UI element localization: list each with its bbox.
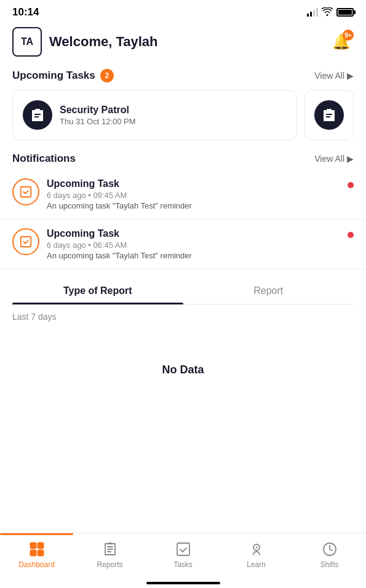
tasks-icon: [175, 541, 192, 558]
tasks-count-badge: 2: [100, 69, 114, 82]
task-check-icon: [19, 185, 33, 199]
filter-label: Last 7 days: [12, 304, 354, 327]
reports-icon: [101, 541, 119, 558]
notification-item[interactable]: Upcoming Task 6 days ago • 09:45 AM An u…: [0, 170, 366, 220]
tasks-container: Security Patrol Thu 31 Oct 12:00 PM: [0, 87, 366, 148]
svg-rect-5: [38, 550, 44, 556]
header-left: TA Welcome, Taylah: [12, 27, 157, 57]
report-section: Type of Report Report Last 7 days No Dat…: [0, 269, 366, 413]
bottom-nav: Dashboard Reports Tasks: [0, 533, 366, 588]
task-card[interactable]: Security Patrol Thu 31 Oct 12:00 PM: [12, 90, 297, 140]
no-data-label: No Data: [12, 327, 354, 413]
status-bar: 10:14: [0, 0, 366, 22]
dashboard-icon: [28, 541, 46, 558]
report-tabs: Type of Report Report: [12, 279, 354, 304]
notification-item[interactable]: Upcoming Task 6 days ago • 06:45 AM An u…: [0, 220, 366, 269]
nav-label-dashboard: Dashboard: [18, 560, 55, 569]
nav-label-tasks: Tasks: [173, 560, 193, 569]
task-info: Security Patrol Thu 31 Oct 12:00 PM: [60, 105, 287, 126]
svg-rect-2: [30, 542, 36, 549]
status-time: 10:14: [12, 6, 39, 18]
nav-item-learn[interactable]: Learn: [220, 533, 293, 588]
upcoming-tasks-header: Upcoming Tasks 2 View All ▶: [0, 64, 366, 87]
notif-content: Upcoming Task 6 days ago • 06:45 AM An u…: [47, 228, 340, 260]
notification-badge: 9+: [343, 30, 354, 41]
svg-rect-3: [38, 542, 44, 549]
notifications-header: Notifications View All ▶: [0, 148, 366, 170]
tab-type-of-report[interactable]: Type of Report: [12, 279, 183, 304]
notif-message: An upcoming task "Taylah Test" reminder: [47, 251, 340, 260]
notifications-view-all[interactable]: View All ▶: [314, 154, 354, 164]
learn-icon: [248, 541, 265, 558]
notif-title: Upcoming Task: [47, 178, 340, 189]
notif-title: Upcoming Task: [47, 228, 340, 239]
nav-item-shifts[interactable]: Shifts: [293, 533, 366, 588]
shifts-icon: [321, 541, 338, 558]
tasks-view-all[interactable]: View All ▶: [314, 71, 354, 81]
home-indicator: [146, 582, 220, 584]
tab-report[interactable]: Report: [183, 279, 354, 304]
welcome-text: Welcome, Taylah: [49, 34, 157, 50]
notif-unread-dot: [348, 182, 354, 188]
svg-rect-6: [177, 543, 189, 555]
task-card-extra[interactable]: [304, 90, 354, 140]
signal-icon: [307, 8, 318, 17]
notif-icon-circle: [12, 228, 39, 255]
notif-meta: 6 days ago • 09:45 AM: [47, 191, 340, 200]
task-icon: [23, 100, 52, 130]
notifications-title: Notifications: [12, 153, 76, 165]
nav-item-reports[interactable]: Reports: [73, 533, 146, 588]
clipboard-icon-small: [322, 108, 336, 122]
nav-item-tasks[interactable]: Tasks: [146, 533, 220, 588]
nav-label-reports: Reports: [97, 560, 122, 569]
nav-label-shifts: Shifts: [320, 560, 338, 569]
clipboard-icon: [30, 108, 45, 122]
notif-message: An upcoming task "Taylah Test" reminder: [47, 201, 340, 210]
notif-meta: 6 days ago • 06:45 AM: [47, 240, 340, 250]
notif-icon-circle: [12, 178, 39, 205]
avatar: TA: [12, 27, 42, 57]
task-check-icon: [19, 235, 33, 248]
nav-label-learn: Learn: [247, 560, 266, 569]
notif-content: Upcoming Task 6 days ago • 09:45 AM An u…: [47, 178, 340, 210]
header: TA Welcome, Taylah 🔔 9+: [0, 22, 366, 64]
notif-unread-dot: [348, 232, 354, 238]
status-icons: [307, 7, 354, 18]
svg-point-8: [255, 547, 257, 549]
task-name: Security Patrol: [60, 105, 287, 116]
task-icon-small: [314, 100, 344, 130]
battery-icon: [336, 8, 354, 17]
svg-rect-0: [21, 187, 31, 197]
nav-item-dashboard[interactable]: Dashboard: [0, 533, 73, 588]
notification-button[interactable]: 🔔 9+: [329, 30, 354, 54]
wifi-icon: [322, 7, 333, 18]
task-date: Thu 31 Oct 12:00 PM: [60, 117, 287, 126]
upcoming-tasks-title: Upcoming Tasks 2: [12, 69, 114, 82]
svg-rect-1: [21, 237, 31, 247]
svg-rect-4: [30, 550, 36, 556]
